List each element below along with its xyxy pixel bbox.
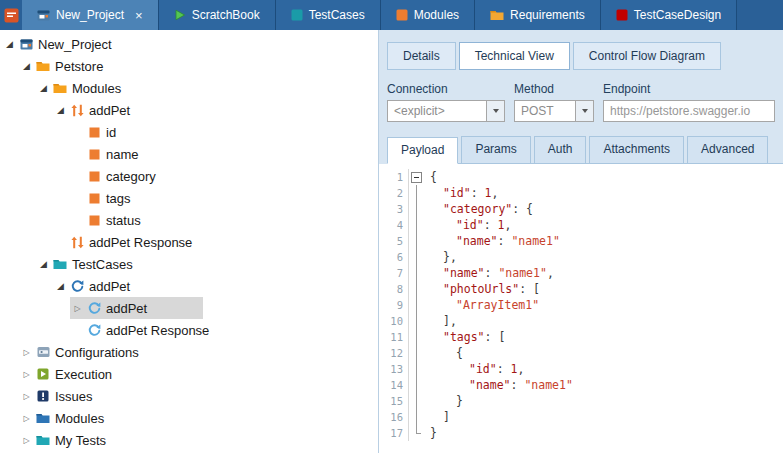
editor-line: 17}: [379, 425, 783, 441]
tab-requirements[interactable]: Requirements: [475, 0, 601, 30]
fold-end-icon: [409, 425, 424, 441]
tree-item-status[interactable]: status: [0, 209, 378, 231]
chevron-down-icon[interactable]: [575, 101, 593, 121]
fold-line: [409, 201, 424, 217]
expander-expanded-icon[interactable]: ◢: [36, 259, 51, 269]
detail-tab-control-flow-diagram[interactable]: Control Flow Diagram: [573, 42, 721, 70]
payload-tab-advanced[interactable]: Advanced: [687, 136, 768, 163]
code-text[interactable]: "id": 1,: [424, 362, 524, 376]
tree-item-id[interactable]: id: [0, 121, 378, 143]
tree-item-label: Petstore: [55, 59, 103, 74]
tree-item-addpet-response[interactable]: addPet Response: [0, 231, 378, 253]
code-text[interactable]: ],: [424, 314, 457, 328]
tree-item-addpet-response[interactable]: addPet Response: [0, 319, 378, 341]
expander-expanded-icon[interactable]: ◢: [2, 39, 17, 49]
expander-expanded-icon[interactable]: ◢: [36, 83, 51, 93]
tree-item-configurations[interactable]: ▷Configurations: [0, 341, 378, 363]
close-icon[interactable]: ×: [135, 9, 143, 22]
detail-tab-strip: DetailsTechnical ViewControl Flow Diagra…: [387, 42, 775, 70]
code-text[interactable]: {: [424, 170, 437, 184]
line-number: 2: [379, 185, 409, 201]
method-field: Method POST: [514, 82, 594, 122]
tree-item-testcases[interactable]: ◢TestCases: [0, 253, 378, 275]
code-text[interactable]: "category": {: [424, 202, 533, 216]
expander-collapsed-icon[interactable]: ▷: [19, 370, 34, 379]
tab-testcases[interactable]: TestCases: [276, 0, 381, 30]
tab-scratchbook[interactable]: ScratchBook: [159, 0, 276, 30]
chevron-down-icon[interactable]: [486, 101, 504, 121]
tab-new-project[interactable]: New_Project×: [22, 0, 159, 30]
code-text[interactable]: "tags": [: [424, 330, 505, 344]
payload-tab-payload[interactable]: Payload: [387, 137, 458, 164]
tree-item-modules[interactable]: ◢Modules: [0, 77, 378, 99]
configurations-icon: [34, 346, 52, 358]
detail-panel: DetailsTechnical ViewControl Flow Diagra…: [378, 30, 783, 453]
tab-label: ScratchBook: [192, 8, 260, 22]
code-text[interactable]: "name": "name1",: [424, 266, 554, 280]
editor-line: 11"tags": [: [379, 329, 783, 345]
line-number: 17: [379, 425, 409, 441]
expander-expanded-icon[interactable]: ◢: [53, 105, 68, 115]
tree-item-issues[interactable]: ▷Issues: [0, 385, 378, 407]
attribute-icon: [85, 127, 103, 138]
tree-item-addpet[interactable]: ◢addPet: [0, 275, 378, 297]
tree-item-modules[interactable]: ▷Modules: [0, 407, 378, 429]
fold-line: [409, 409, 424, 425]
tree-item-new-project[interactable]: ◢New_Project: [0, 33, 378, 55]
tree-item-name[interactable]: name: [0, 143, 378, 165]
expander-collapsed-icon[interactable]: ▷: [19, 348, 34, 357]
tree-item-addpet[interactable]: ▷addPet: [0, 297, 378, 319]
editor-line: 1{: [379, 169, 783, 185]
code-text[interactable]: }: [424, 426, 437, 440]
code-text[interactable]: "name": "name1": [424, 378, 573, 392]
tree-item-label: addPet Response: [106, 323, 209, 338]
fold-toggle-icon[interactable]: [409, 169, 424, 185]
code-text[interactable]: "ArrayItem1": [424, 298, 539, 312]
connection-value: <explicit>: [388, 104, 486, 118]
tab-testcasedesign[interactable]: TestCaseDesign: [601, 0, 737, 30]
line-number: 9: [379, 297, 409, 313]
code-text[interactable]: "photoUrls": [: [424, 282, 540, 296]
code-text[interactable]: },: [424, 250, 457, 264]
app-logo-icon: [0, 0, 22, 30]
tree-item-petstore[interactable]: ◢Petstore: [0, 55, 378, 77]
code-text[interactable]: "id": 1,: [424, 218, 511, 232]
tree-item-my-tests[interactable]: ▷My Tests: [0, 429, 378, 451]
expander-collapsed-icon[interactable]: ▷: [19, 414, 34, 423]
payload-tab-strip: PayloadParamsAuthAttachmentsAdvanced: [387, 136, 783, 164]
code-text[interactable]: "name": "name1": [424, 234, 560, 248]
testcasedesign-icon: [616, 9, 628, 21]
code-text[interactable]: "id": 1,: [424, 186, 498, 200]
code-text[interactable]: }: [424, 394, 463, 408]
tree-item-category[interactable]: category: [0, 165, 378, 187]
expander-expanded-icon[interactable]: ◢: [19, 61, 34, 71]
detail-tab-technical-view[interactable]: Technical View: [459, 42, 570, 70]
tree-item-execution[interactable]: ▷Execution: [0, 363, 378, 385]
payload-tab-auth[interactable]: Auth: [534, 136, 587, 163]
code-text[interactable]: ]: [424, 410, 450, 424]
expander-collapsed-icon[interactable]: ▷: [19, 436, 34, 445]
connection-select[interactable]: <explicit>: [387, 100, 505, 122]
module-icon: [68, 104, 86, 117]
tree-item-addpet[interactable]: ◢addPet: [0, 99, 378, 121]
expander-collapsed-icon[interactable]: ▷: [70, 304, 85, 313]
editor-line: 5"name": "name1": [379, 233, 783, 249]
endpoint-input[interactable]: [603, 100, 775, 122]
payload-editor[interactable]: 1{2"id": 1,3"category": {4"id": 1,5"name…: [379, 164, 783, 453]
payload-tab-params[interactable]: Params: [461, 136, 530, 163]
app-window: New_Project×ScratchBookTestCasesModulesR…: [0, 0, 783, 453]
payload-tab-attachments[interactable]: Attachments: [589, 136, 684, 163]
expander-collapsed-icon[interactable]: ▷: [19, 392, 34, 401]
tree-item-label: addPet: [106, 301, 147, 316]
detail-tab-details[interactable]: Details: [387, 42, 456, 70]
fold-line: [409, 345, 424, 361]
project-tree: ◢New_Project◢Petstore◢Modules◢addPetidna…: [0, 30, 378, 453]
code-text[interactable]: {: [424, 346, 463, 360]
editor-line: 9"ArrayItem1": [379, 297, 783, 313]
tree-item-tags[interactable]: tags: [0, 187, 378, 209]
method-select[interactable]: POST: [514, 100, 594, 122]
tab-modules[interactable]: Modules: [381, 0, 475, 30]
editor-line: 10],: [379, 313, 783, 329]
expander-expanded-icon[interactable]: ◢: [53, 281, 68, 291]
project-icon: [17, 38, 35, 51]
